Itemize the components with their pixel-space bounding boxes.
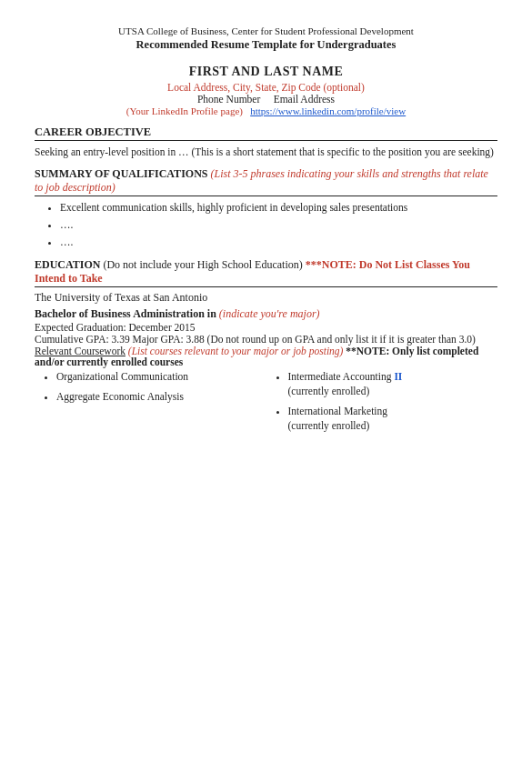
address-line: Local Address, City, State, Zip Code (op… <box>35 82 497 93</box>
course-right-1-text: International Marketing <box>288 406 388 416</box>
courses-left-col: Organizational Communication Aggregate E… <box>35 369 266 438</box>
coursework-underline: Relevant Coursework <box>35 346 125 356</box>
course-right-0-note: (currently enrolled) <box>288 386 370 396</box>
courses-left-list: Organizational Communication Aggregate E… <box>35 369 266 404</box>
list-item: Intermediate Accounting II (currently en… <box>288 369 498 398</box>
education-section: EDUCATION (Do not include your High Scho… <box>35 258 497 438</box>
list-item: …. <box>60 217 497 232</box>
list-item: Organizational Communication <box>56 369 266 384</box>
education-divider <box>35 286 497 287</box>
resume-template-title: Recommended Resume Template for Undergra… <box>35 38 497 52</box>
qualifications-divider <box>35 196 497 196</box>
career-objective-body: Seeking an entry-level position in … (Th… <box>35 145 497 160</box>
list-item: …. <box>60 235 497 249</box>
gpa-line: Cumulative GPA: 3.39 Major GPA: 3.88 (Do… <box>35 334 497 345</box>
courses-right-col: Intermediate Accounting II (currently en… <box>266 369 498 438</box>
course-list: Organizational Communication Aggregate E… <box>35 369 497 438</box>
resume-page: UTSA College of Business, Center for Stu… <box>0 0 532 762</box>
phone-number: Phone Number <box>197 94 260 105</box>
list-item: International Marketing (currently enrol… <box>288 404 498 433</box>
coursework-label-line: Relevant Coursework (List courses releva… <box>35 346 497 367</box>
linkedin-url[interactable]: https://www.linkedin.com/profile/view <box>250 105 406 116</box>
linkedin-label: (Your LinkedIn Profile page) <box>126 105 243 116</box>
graduation-line: Expected Graduation: December 2015 <box>35 322 497 333</box>
linkedin-line: (Your LinkedIn Profile page) https://www… <box>35 105 497 116</box>
course-right-0-text: Intermediate Accounting <box>288 371 395 382</box>
education-title: EDUCATION (Do not include your High Scho… <box>35 258 497 286</box>
email-address: Email Address <box>274 94 335 105</box>
qualifications-section: SUMMARY OF QUALIFICATIONS (List 3-5 phra… <box>35 167 497 249</box>
list-item: Aggregate Economic Analysis <box>56 389 266 404</box>
institution-name: UTSA College of Business, Center for Stu… <box>35 25 497 36</box>
career-objective-title: CAREER OBJECTIVE <box>35 125 497 139</box>
course-right-0-highlight: II <box>394 371 402 382</box>
list-item: Excellent communication skills, highly p… <box>60 200 497 215</box>
full-name: FIRST AND LAST NAME <box>35 65 497 79</box>
career-objective-divider <box>35 140 497 141</box>
qualifications-title: SUMMARY OF QUALIFICATIONS (List 3-5 phra… <box>35 167 497 195</box>
course-right-1-note: (currently enrolled) <box>288 420 370 431</box>
qualifications-list: Excellent communication skills, highly p… <box>35 200 497 249</box>
degree-line: Bachelor of Business Administration in (… <box>35 307 497 321</box>
courses-right-list: Intermediate Accounting II (currently en… <box>266 369 498 433</box>
contact-line: Phone Number Email Address <box>35 94 497 105</box>
university-name: The University of Texas at San Antonio <box>35 291 497 305</box>
